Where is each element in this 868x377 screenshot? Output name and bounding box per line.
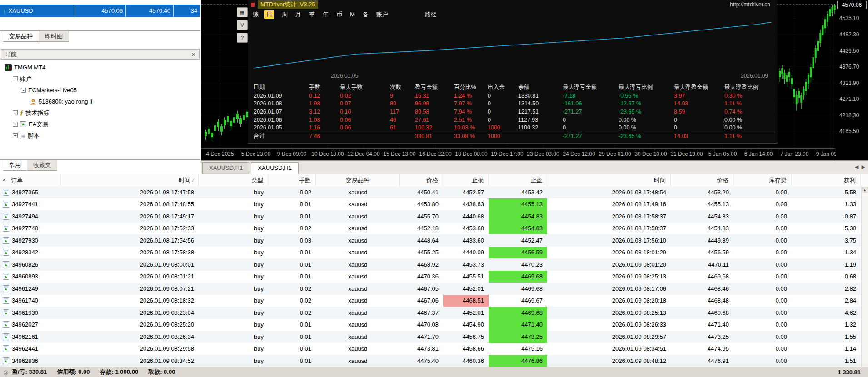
order-cell: 4453.80 <box>400 198 443 211</box>
chart-overlay-button-2[interactable]: V <box>237 20 248 30</box>
tab-tick-chart[interactable]: 即时图 <box>39 31 69 42</box>
order-cell: 2026.01.09 08:29:58 <box>61 343 199 355</box>
order-cell: 34927748 <box>12 223 61 235</box>
order-cell: xauusd <box>316 307 400 319</box>
order-cell: 4469.68 <box>671 271 733 283</box>
tab-symbols[interactable]: 交易品种 <box>3 31 39 42</box>
order-cell: 4467.37 <box>400 307 443 319</box>
menu-week[interactable]: 周 <box>282 10 288 19</box>
menu-month[interactable]: 月 <box>295 10 301 19</box>
order-row[interactable]: 349624412026.01.09 08:29:58buy0.01xauusd… <box>0 343 868 355</box>
col-tp[interactable]: 止盈 <box>489 174 547 186</box>
order-row[interactable]: 349274942026.01.08 17:49:17buy0.01xauusd… <box>0 210 868 223</box>
tab-scroll-right-icon[interactable]: ▶ <box>862 164 865 170</box>
order-row[interactable]: 349617402026.01.09 08:18:32buy0.02xauusd… <box>0 295 868 307</box>
order-cell: 34927441 <box>12 198 61 211</box>
expand-icon[interactable]: + <box>13 122 18 127</box>
nav-item-ecmarkets-live05[interactable]: -ECMarkets-Live05 <box>1 84 200 96</box>
order-row[interactable]: 349273652026.01.08 17:47:58buy0.02xauusd… <box>0 186 868 198</box>
column-label: 交易品种 <box>346 176 369 184</box>
terminal-scrollbar[interactable]: ▲ <box>861 186 868 367</box>
chart-overlay-button-1[interactable]: ▦ <box>237 7 248 17</box>
order-row[interactable]: 349274412026.01.08 17:48:55buy0.01xauusd… <box>0 198 868 211</box>
order-cell: 2026.01.08 17:58:37 <box>547 223 671 235</box>
order-cell: buy <box>199 247 268 259</box>
order-row[interactable]: 349612492026.01.09 08:07:21buy0.02xauusd… <box>0 283 868 295</box>
stats-cell: 117 <box>390 109 415 115</box>
nav-item-account-5136800[interactable]: 5136800: yao rong li <box>1 96 200 107</box>
order-cell: 0.01 <box>268 331 316 343</box>
menu-path[interactable]: 路径 <box>425 10 437 19</box>
price-axis-label: 4482.30 <box>839 31 859 38</box>
scroll-up-icon[interactable]: ▲ <box>862 187 868 193</box>
menu-day[interactable]: 日 <box>264 10 274 19</box>
col-sl[interactable]: 止损 <box>443 174 489 186</box>
menu-account[interactable]: 账户 <box>376 10 388 19</box>
tp-cell: 4454.83 <box>489 223 547 235</box>
chart-overlay-button-3[interactable]: ? <box>237 33 248 43</box>
col-close-time[interactable]: 时间 <box>547 174 671 186</box>
order-cell: 4454.83 <box>671 223 733 235</box>
order-document-icon <box>3 237 9 244</box>
order-row[interactable]: 349619302026.01.09 08:23:04buy0.02xauusd… <box>0 307 868 319</box>
menu-backup[interactable]: 备 <box>363 10 369 19</box>
terminal-close-icon[interactable]: × <box>2 177 6 183</box>
mtdriver-stats-panel: MTDriver统计 ,V3.25 http://mtdriver.cn 综日周… <box>248 0 777 144</box>
order-row[interactable]: 349608262026.01.09 08:00:01buy0.01xauusd… <box>0 258 868 271</box>
menu-comprehensive[interactable]: 综 <box>253 10 259 19</box>
nav-item-ea-trading[interactable]: +EA交易 <box>1 119 200 130</box>
col-symbol[interactable]: 交易品种 <box>316 174 400 186</box>
stats-cell: 0.30 % <box>724 93 773 99</box>
order-row[interactable]: 349283422026.01.08 17:58:38buy0.01xauusd… <box>0 247 868 259</box>
order-row[interactable]: 349277482026.01.08 17:52:33buy0.02xauusd… <box>0 223 868 235</box>
stats-cell: 1217.51 <box>518 109 563 115</box>
chart-tab-xauusd-h1-1[interactable]: XAUUSD,H1 <box>202 162 249 174</box>
col-open-time[interactable]: 时间∕ <box>61 174 199 186</box>
market-watch-row-xauusd[interactable]: ↑ XAUUSD 4570.06 4570.40 34 <box>0 5 200 17</box>
order-row[interactable]: 349620272026.01.09 08:25:20buy0.01xauusd… <box>0 319 868 331</box>
tp-cell: 4469.68 <box>489 271 547 283</box>
stats-cell: 0 <box>488 109 518 115</box>
menu-year[interactable]: 年 <box>323 10 329 19</box>
order-document-icon <box>3 261 9 268</box>
col-profit[interactable]: 获利 <box>792 174 861 186</box>
nav-item-accounts[interactable]: -账户 <box>1 73 200 84</box>
profit-cell: 2.84 <box>792 295 861 307</box>
tp-cell: 4473.25 <box>489 331 547 343</box>
navigator-close-icon[interactable]: × <box>191 51 195 58</box>
order-row[interactable]: 349279302026.01.08 17:54:56buy0.03xauusd… <box>0 234 868 247</box>
col-swap[interactable]: 库存费 <box>733 174 792 186</box>
stats-table-header: 日期手数最大手数次数盈亏金额百分比%出入金余额最大浮亏金额最大浮亏比例最大浮盈金… <box>254 83 775 92</box>
order-cell: xauusd <box>316 331 400 343</box>
nav-item-tmgm-mt4[interactable]: TMGM MT4 <box>1 62 200 73</box>
menu-currency[interactable]: 币 <box>336 10 342 19</box>
col-type[interactable]: 类型 <box>199 174 268 186</box>
menu-m[interactable]: M <box>350 11 355 18</box>
order-cell <box>0 331 12 343</box>
col-order[interactable]: 订单 <box>0 174 61 186</box>
chart-tab-xauusd-h1-2[interactable]: XAUUSD,H1 <box>251 162 298 174</box>
menu-quarter[interactable]: 季 <box>309 10 315 19</box>
expand-icon[interactable]: + <box>13 110 18 115</box>
order-cell: 34927930 <box>12 234 61 247</box>
order-row[interactable]: 349621612026.01.09 08:26:34buy0.01xauusd… <box>0 331 868 343</box>
expand-icon[interactable]: + <box>13 133 18 138</box>
order-cell: 0.00 <box>733 210 792 223</box>
profit-cell: 5.58 <box>792 186 861 198</box>
terminal-header: 订单时间∕类型手数交易品种价格止损止盈时间价格库存费获利 <box>0 174 868 187</box>
col-open-price[interactable]: 价格 <box>400 174 443 186</box>
tab-scroll-left-icon[interactable]: ◀ <box>855 164 858 170</box>
col-close-price[interactable]: 价格 <box>671 174 733 186</box>
order-cell: buy <box>199 271 268 283</box>
tab-common[interactable]: 常用 <box>3 160 27 171</box>
order-row[interactable]: 349628362026.01.09 08:34:52buy0.01xauusd… <box>0 355 868 367</box>
stats-cell: 2026.01.07 <box>254 109 309 115</box>
collapse-icon[interactable]: - <box>21 88 26 93</box>
order-cell: 2026.01.08 17:49:17 <box>61 210 199 223</box>
nav-item-scripts[interactable]: +脚本 <box>1 130 200 141</box>
collapse-icon[interactable]: - <box>13 76 18 81</box>
col-lots[interactable]: 手数 <box>268 174 316 186</box>
tab-favorites[interactable]: 收藏夹 <box>27 160 57 171</box>
nav-item-indicators[interactable]: +ƒ技术指标 <box>1 107 200 119</box>
order-row[interactable]: 349608932026.01.09 08:01:21buy0.01xauusd… <box>0 271 868 283</box>
